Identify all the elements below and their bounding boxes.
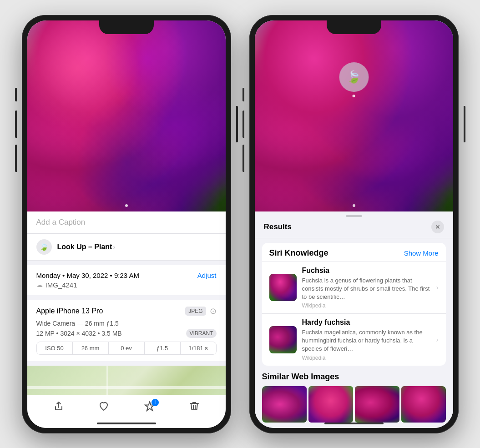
trash-icon: [190, 401, 199, 414]
similar-image-3[interactable]: [355, 386, 399, 423]
knowledge-item-hardy-fuchsia[interactable]: Hardy fuchsia Fuchsia magellanica, commo…: [262, 313, 446, 366]
lookup-row[interactable]: 🍃 Look Up – Plant›: [27, 234, 226, 261]
close-button[interactable]: ✕: [431, 221, 444, 233]
knowledge-item-fuchsia[interactable]: Fuchsia Fuchsia is a genus of flowering …: [262, 262, 446, 314]
lookup-icon-circle: 🍃: [36, 239, 52, 255]
similar-images-title: Similar Web Images: [262, 372, 446, 382]
flower-photo: [27, 20, 226, 211]
exif-ev: 0 ev: [109, 342, 145, 354]
exif-iso: ISO 50: [37, 342, 73, 354]
recognition-leaf-icon: 🍃: [347, 70, 361, 84]
leaf-icon: 🍃: [40, 242, 49, 251]
hardy-fuchsia-name: Hardy fuchsia: [302, 318, 431, 327]
recognition-circle: 🍃: [339, 62, 369, 92]
chevron-right-icon: ›: [436, 284, 439, 291]
siri-knowledge-title: Siri Knowledge: [269, 248, 328, 258]
fuchsia-source: Wikipedia: [302, 302, 431, 309]
results-header: Results ✕: [255, 211, 453, 238]
device-badges: JPEG ⊙: [185, 306, 216, 316]
hardy-fuchsia-description: Fuchsia magellanica, commonly known as t…: [302, 328, 431, 353]
recognition-dot: [353, 95, 355, 97]
volume-up-button-r: [243, 111, 244, 138]
fuchsia-description: Fuchsia is a genus of flowering plants t…: [302, 277, 431, 302]
home-bar-r: [324, 423, 384, 424]
device-name: Apple iPhone 13 Pro: [36, 307, 103, 315]
caption-area[interactable]: Add a Caption: [27, 211, 226, 234]
map-road-horizontal: [27, 386, 226, 389]
device-section: Apple iPhone 13 Pro JPEG ⊙ Wide Camera —…: [27, 300, 226, 361]
camera-specs: Wide Camera — 26 mm ƒ1.5: [36, 320, 217, 327]
volume-up-button: [15, 111, 17, 138]
mp-row: 12 MP • 3024 × 4032 • 3.5 MB VIBRANT: [36, 329, 217, 338]
siri-knowledge-section: Siri Knowledge Show More Fuchsia Fuchsia…: [262, 243, 446, 366]
fuchsia-thumbnail: [269, 274, 297, 301]
hardy-fuchsia-thumbnail: [269, 326, 297, 353]
pagination-dot-r: [353, 204, 355, 207]
flower-photo-right: 🍃: [255, 20, 453, 211]
adjust-button[interactable]: Adjust: [197, 272, 217, 279]
meta-date: Monday • May 30, 2022 • 9:23 AM: [36, 272, 139, 279]
exif-shutter: 1/181 s: [181, 342, 216, 354]
phones-container: Add a Caption 🍃 Look Up – Plant› Monday …: [22, 15, 459, 433]
exif-row: ISO 50 26 mm 0 ev ƒ1.5 1/181 s: [36, 342, 217, 355]
lookup-chevron-icon: ›: [113, 243, 115, 251]
show-more-button[interactable]: Show More: [404, 249, 439, 257]
power-button-r: [464, 106, 465, 142]
meta-filename: IMG_4241: [45, 281, 77, 289]
recognition-icon-circle: 🍃: [339, 62, 369, 92]
left-phone-screen: Add a Caption 🍃 Look Up – Plant› Monday …: [27, 20, 226, 428]
volume-mute-button-r: [243, 88, 244, 101]
hardy-fuchsia-content: Hardy fuchsia Fuchsia magellanica, commo…: [302, 318, 431, 361]
right-phone-screen: 🍃 Results ✕ S: [255, 20, 453, 428]
heart-icon: [98, 401, 109, 414]
volume-mute-button: [15, 88, 17, 101]
similar-image-2[interactable]: [308, 386, 353, 423]
exif-aperture: ƒ1.5: [145, 342, 181, 354]
chevron-right-icon-2: ›: [436, 336, 439, 343]
map-area[interactable]: [27, 366, 226, 395]
similar-image-4[interactable]: [401, 386, 446, 423]
close-icon: ✕: [435, 223, 440, 231]
hardy-thumb-bg: [269, 326, 297, 353]
home-bar: [97, 423, 156, 424]
power-button: [236, 106, 238, 142]
notch: [99, 20, 154, 34]
volume-down-button-r: [243, 145, 244, 172]
device-row: Apple iPhone 13 Pro JPEG ⊙: [36, 306, 217, 316]
hardy-fuchsia-source: Wikipedia: [302, 355, 431, 361]
fuchsia-thumb-bg: [269, 274, 297, 301]
lookup-label: Look Up – Plant›: [57, 243, 116, 251]
pagination-dot: [125, 204, 128, 207]
meta-filename-row: ☁ IMG_4241: [36, 281, 217, 289]
similar-images-grid: [262, 386, 446, 423]
caption-placeholder[interactable]: Add a Caption: [36, 218, 86, 227]
fuchsia-name: Fuchsia: [302, 267, 431, 275]
share-icon: [54, 401, 64, 414]
favorite-button[interactable]: [98, 401, 109, 414]
right-phone-frame: 🍃 Results ✕ S: [249, 15, 459, 433]
similar-image-1[interactable]: [262, 386, 307, 423]
similar-images-section: Similar Web Images: [255, 370, 453, 427]
siri-knowledge-header: Siri Knowledge Show More: [262, 243, 446, 262]
mp-info: 12 MP • 3024 × 4032 • 3.5 MB: [36, 330, 122, 337]
delete-button[interactable]: [190, 401, 199, 414]
exif-focal: 26 mm: [73, 342, 109, 354]
vibrant-badge: VIBRANT: [186, 329, 216, 338]
info-button[interactable]: i: [144, 401, 155, 414]
volume-down-button: [15, 145, 17, 172]
camera-settings-icon[interactable]: ⊙: [210, 306, 217, 316]
photo-area[interactable]: [27, 20, 226, 211]
results-title: Results: [264, 222, 292, 232]
cloud-icon: ☁: [36, 281, 43, 288]
meta-section: Monday • May 30, 2022 • 9:23 AM Adjust ☁…: [27, 265, 226, 295]
left-phone-frame: Add a Caption 🍃 Look Up – Plant› Monday …: [22, 15, 231, 433]
flower-bg-right: [255, 20, 453, 211]
results-panel: Results ✕ Siri Knowledge Show More: [255, 211, 453, 428]
info-badge: i: [152, 399, 159, 406]
meta-date-row: Monday • May 30, 2022 • 9:23 AM Adjust: [36, 272, 217, 279]
info-panel: Add a Caption 🍃 Look Up – Plant› Monday …: [27, 211, 226, 395]
fuchsia-content: Fuchsia Fuchsia is a genus of flowering …: [302, 267, 431, 309]
format-badge: JPEG: [185, 307, 206, 316]
notch-r: [327, 20, 381, 34]
share-button[interactable]: [54, 401, 64, 414]
